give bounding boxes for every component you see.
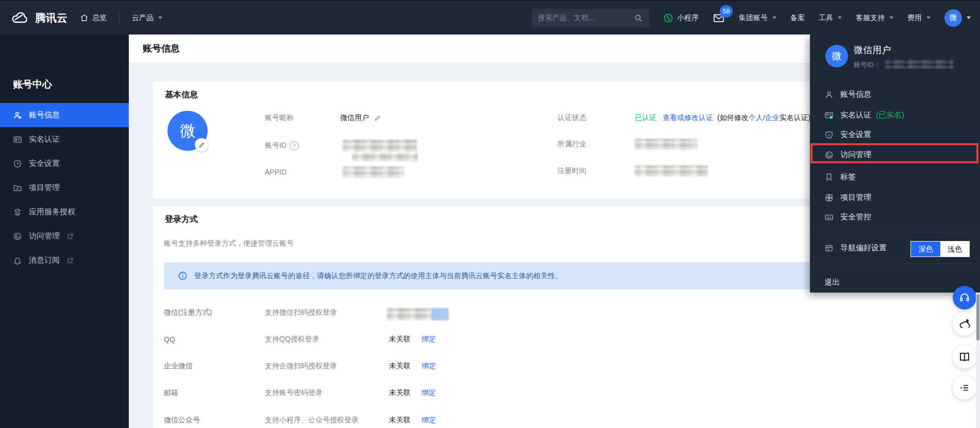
user-avatar-menu[interactable]: 微: [944, 9, 971, 27]
nav-billing[interactable]: 费用: [907, 13, 931, 23]
edit-nickname-icon[interactable]: [374, 114, 381, 122]
nav-support[interactable]: 客服支持: [856, 13, 893, 23]
sidebar-item-project-management[interactable]: 项目管理: [0, 176, 129, 200]
tencent-cloud-console: 腾讯云 总览 云产品 搜索产品、文档...: [0, 0, 980, 428]
panel-item-account-info[interactable]: 账号信息: [810, 84, 980, 105]
docs-fab[interactable]: [953, 345, 976, 369]
bind-link[interactable]: 绑定: [421, 388, 436, 398]
basic-info-title: 基本信息: [165, 90, 198, 100]
info-banner-text: 登录方式作为登录腾讯云账号的途径，请确认您所绑定的登录方式的使用主体与当前腾讯云…: [194, 271, 562, 281]
panel-item-security-settings[interactable]: 安全设置: [810, 125, 980, 145]
bookmark-icon: [824, 173, 834, 182]
auth-status-label: 认证状态: [557, 113, 586, 123]
panel-account-id-label: 账号ID：: [854, 60, 881, 70]
nav-tools[interactable]: 工具: [819, 13, 842, 23]
nav-cloud-products[interactable]: 云产品: [132, 13, 162, 23]
sidebar-item-security-settings[interactable]: 安全设置: [0, 151, 129, 176]
login-method-status: 未关联: [389, 388, 411, 398]
login-method-desc: 支持微信扫码授权登录: [265, 308, 337, 317]
mini-program-icon: [663, 13, 673, 23]
login-method-name: 微信公众号: [164, 416, 200, 425]
cam-icon: [13, 232, 22, 241]
login-method-desc: 支持QQ授权登录: [265, 335, 319, 344]
sidebar-menu: 账号信息 实名认证 安全设置 项目管理 应用服务授权 访问管理: [0, 103, 129, 272]
brand-logo[interactable]: 腾讯云: [11, 11, 67, 25]
theme-dark-button[interactable]: 深色: [911, 242, 940, 256]
scrollbar-thumb[interactable]: [976, 294, 979, 340]
id-card-icon: [13, 135, 22, 144]
theme-light-button[interactable]: 浅色: [940, 242, 969, 256]
topbar-divider: [119, 12, 120, 24]
login-method-name: 微信(注册方式): [164, 308, 212, 317]
unread-count-badge: 58: [720, 5, 733, 18]
layout-icon: [824, 244, 834, 253]
nav-mini-program[interactable]: 小程序: [663, 13, 699, 23]
verified-badge: (已实名): [876, 110, 904, 120]
sidebar-item-account-info[interactable]: 账号信息: [0, 103, 129, 127]
login-method-status: 未关联: [389, 335, 411, 344]
login-methods-title: 登录方式: [165, 214, 198, 225]
bind-link[interactable]: 绑定: [421, 416, 436, 425]
chevron-down-icon: [889, 16, 893, 19]
appid-redacted: [343, 166, 404, 178]
login-method-desc: 支持账号密码登录: [265, 388, 323, 398]
shield-icon: [13, 159, 22, 168]
sidebar-item-app-service-authorization[interactable]: 应用服务授权: [0, 200, 129, 224]
folder-check-icon: [13, 183, 22, 193]
external-link-icon: [66, 233, 74, 240]
chevron-down-icon: [838, 16, 842, 19]
bell-icon: [13, 256, 22, 265]
open-book-icon: [958, 351, 971, 363]
bind-link[interactable]: 绑定: [421, 362, 436, 371]
account-id-label: 账号ID: [265, 141, 286, 150]
user-dropdown-panel: 微 微信用户 账号ID： 账号信息 实名认证 (已实名) 安全设置 访问管理 标…: [810, 35, 980, 293]
appid-label: APPID: [265, 168, 286, 176]
sidebar-item-identity-verification[interactable]: 实名认证: [0, 127, 129, 151]
avatar[interactable]: 微: [944, 9, 962, 27]
shield-icon: [824, 130, 834, 140]
auth-help-links[interactable]: 个人/企业: [749, 113, 780, 122]
login-method-desc: 支持企微扫码授权登录: [265, 362, 337, 371]
cloud-bell-icon: [958, 318, 971, 330]
register-time-redacted: [635, 165, 708, 177]
register-time-label: 注册时间: [557, 166, 586, 176]
help-icon[interactable]: ?: [290, 141, 299, 150]
panel-avatar: 微: [825, 45, 848, 67]
bind-link[interactable]: 绑定: [421, 335, 436, 344]
logout-button[interactable]: 退出: [810, 272, 980, 293]
panel-item-security-control[interactable]: 安全管控: [810, 207, 980, 227]
panel-item-tags[interactable]: 标签: [810, 167, 980, 187]
login-method-desc: 支持小程序、公众号授权登录: [265, 416, 359, 425]
view-modify-auth-link[interactable]: 查看或修改认证: [663, 113, 713, 123]
wechat-account-redacted: [387, 308, 449, 320]
panel-account-id-redacted: [885, 59, 953, 69]
nav-overview[interactable]: 总览: [80, 13, 107, 23]
nav-messages[interactable]: 58: [713, 12, 725, 24]
info-icon: [178, 271, 188, 281]
sidebar-item-message-subscription[interactable]: 消息订阅: [0, 248, 129, 272]
user-icon: [824, 90, 834, 99]
sidebar: 账号中心 账号信息 实名认证 安全设置 项目管理 应用服务授权: [0, 35, 129, 428]
id-card-check-icon: [824, 111, 834, 120]
layers-icon: [13, 208, 22, 217]
chevron-down-icon: [772, 16, 776, 19]
login-method-name: QQ: [164, 335, 175, 344]
edit-avatar-button[interactable]: [195, 138, 208, 151]
panel-divider: [810, 264, 980, 264]
login-method-status: 未关联: [389, 362, 411, 371]
sidebar-item-access-management[interactable]: 访问管理: [0, 224, 129, 248]
sidebar-title: 账号中心: [13, 78, 52, 91]
industry-redacted: [635, 139, 698, 150]
auth-help-prefix: (如何修改: [717, 113, 749, 122]
panel-item-identity-verification[interactable]: 实名认证 (已实名): [810, 105, 980, 125]
auth-status-badge: 已认证: [635, 113, 656, 123]
customer-service-fab[interactable]: [953, 286, 976, 310]
search-icon: [634, 13, 643, 23]
search-input[interactable]: 搜索产品、文档...: [532, 9, 649, 27]
cloud-assistant-fab[interactable]: [953, 312, 976, 336]
pinwheel-grid-icon: [824, 193, 834, 202]
nav-group-account[interactable]: 集团账号: [739, 13, 776, 23]
feedback-fab[interactable]: [953, 376, 976, 400]
nav-beian[interactable]: 备案: [790, 13, 805, 23]
panel-item-project-management[interactable]: 项目管理: [810, 187, 980, 208]
